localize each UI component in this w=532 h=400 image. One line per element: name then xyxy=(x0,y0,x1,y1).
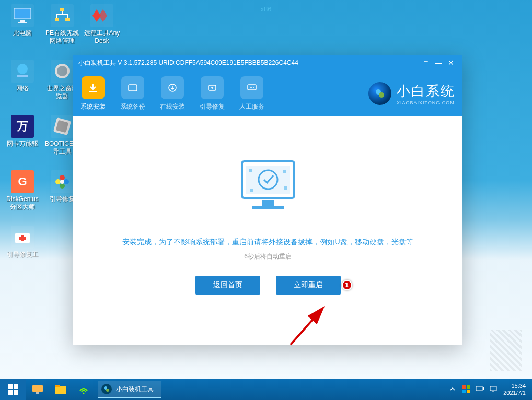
svg-rect-3 xyxy=(60,8,64,11)
taskbar-app-label: 小白装机工具 xyxy=(116,385,154,394)
desktop-icon-nic-driver[interactable]: 万 网卡万能驱 xyxy=(4,115,41,167)
svg-rect-49 xyxy=(8,384,13,389)
tray-battery-icon[interactable] xyxy=(476,385,484,394)
svg-rect-27 xyxy=(19,237,26,240)
wan-icon: 万 xyxy=(11,115,34,138)
tab-strip: 系统安装 系统备份 在线安装 引导修复 人工服务 小白系统 XIAOBAIXIT… xyxy=(73,70,462,116)
download-icon xyxy=(82,76,105,99)
svg-point-57 xyxy=(83,393,85,394)
taskbar: 小白装机工具 15:34 2021/7/1 xyxy=(0,379,532,400)
svg-rect-44 xyxy=(249,169,252,172)
svg-point-8 xyxy=(17,64,28,74)
svg-rect-55 xyxy=(55,386,66,394)
tab-online-install[interactable]: 在线安装 xyxy=(160,76,185,111)
desktop-icon-diskgenius[interactable]: G DiskGenius分区大师 xyxy=(4,170,41,222)
bootice-icon xyxy=(51,115,74,138)
system-tray: 15:34 2021/7/1 xyxy=(449,383,532,396)
svg-rect-45 xyxy=(283,170,286,173)
svg-point-59 xyxy=(106,389,109,392)
taskbar-wifi-icon[interactable] xyxy=(72,379,95,400)
taskbar-app-icon xyxy=(101,384,112,394)
tab-system-install[interactable]: 系统安装 xyxy=(80,76,106,111)
svg-rect-60 xyxy=(462,385,466,389)
svg-rect-4 xyxy=(55,18,59,21)
content: 安装完成，为了不影响系统部署，重启前请将外接设备拔掉，例如U盘，移动硬盘，光盘等… xyxy=(73,116,462,345)
restart-now-button[interactable]: 立即重启 1 xyxy=(276,276,341,295)
medkit-icon xyxy=(11,226,34,249)
minimize-button[interactable]: — xyxy=(432,58,445,67)
completion-message: 安装完成，为了不影响系统部署，重启前请将外接设备拔掉，例如U盘，移动硬盘，光盘等 xyxy=(122,238,413,247)
qr-watermark xyxy=(490,330,522,371)
svg-point-22 xyxy=(60,180,64,184)
svg-rect-65 xyxy=(483,387,484,390)
annotation-arrow-icon xyxy=(285,303,332,350)
svg-rect-66 xyxy=(490,386,496,391)
countdown-message: 6秒后将自动重启 xyxy=(244,252,292,261)
titlebar: 小白装机工具 V 3.1.572.285 URID:CDFF5A594C09E1… xyxy=(73,55,462,70)
tab-boot-repair[interactable]: 引导修复 xyxy=(200,76,225,111)
svg-marker-7 xyxy=(99,9,107,22)
flower-icon xyxy=(51,170,74,193)
svg-rect-43 xyxy=(252,206,284,209)
svg-rect-56 xyxy=(55,385,60,387)
tab-human-service[interactable]: 人工服务 xyxy=(239,76,264,111)
browser-icon xyxy=(51,60,74,83)
svg-point-11 xyxy=(57,66,67,76)
taskbar-clock[interactable]: 15:34 2021/7/1 xyxy=(503,383,526,396)
desktop-icon-anydesk[interactable]: 远程工具AnyDesk xyxy=(84,4,120,56)
desktop-icon-network[interactable]: 网络 xyxy=(4,60,41,112)
svg-rect-5 xyxy=(65,18,70,21)
svg-line-48 xyxy=(291,309,322,345)
start-button[interactable] xyxy=(0,379,26,400)
tray-monitor-icon[interactable] xyxy=(490,385,498,394)
svg-rect-53 xyxy=(32,385,43,392)
taskbar-app-xiaobai[interactable]: 小白装机工具 xyxy=(98,381,161,398)
brand-name: 小白系统 xyxy=(397,82,455,100)
svg-point-21 xyxy=(60,183,65,189)
tab-system-backup[interactable]: 系统备份 xyxy=(120,76,145,111)
svg-rect-61 xyxy=(467,385,470,389)
svg-point-38 xyxy=(379,92,384,98)
svg-rect-47 xyxy=(284,186,287,190)
svg-point-20 xyxy=(64,179,69,184)
window-title: 小白装机工具 V 3.1.572.285 URID:CDFF5A594C09E1… xyxy=(78,58,420,67)
desktop-icon-this-pc[interactable]: 此电脑 xyxy=(4,4,41,56)
app-window: 小白装机工具 V 3.1.572.285 URID:CDFF5A594C09E1… xyxy=(73,55,462,345)
svg-point-36 xyxy=(253,87,254,88)
brand-sub: XIAOBAIXITONG.COM xyxy=(397,100,455,105)
globe-icon xyxy=(11,60,34,83)
svg-rect-1 xyxy=(20,20,25,22)
close-button[interactable]: ✕ xyxy=(445,58,457,67)
brand: 小白系统 XIAOBAIXITONG.COM xyxy=(368,82,455,105)
svg-rect-62 xyxy=(462,390,466,393)
tray-chevron-icon[interactable] xyxy=(449,385,457,394)
success-illustration-icon xyxy=(226,151,310,224)
svg-rect-46 xyxy=(250,189,253,192)
desktop-icon-pe-network[interactable]: PE有线无线网络管理 xyxy=(44,4,80,56)
taskbar-explorer-icon[interactable] xyxy=(49,379,72,400)
anydesk-icon xyxy=(90,4,113,27)
svg-rect-42 xyxy=(262,200,274,206)
svg-rect-52 xyxy=(14,390,18,395)
svg-rect-51 xyxy=(8,390,13,395)
clock-date: 2021/7/1 xyxy=(503,390,526,396)
chat-icon xyxy=(240,76,263,99)
disk-icon xyxy=(121,76,144,99)
windows-logo-icon xyxy=(8,384,18,395)
svg-rect-2 xyxy=(18,22,27,23)
menu-button[interactable]: ≡ xyxy=(420,58,432,67)
svg-rect-63 xyxy=(467,390,470,393)
svg-rect-0 xyxy=(14,8,31,19)
tray-flag-icon[interactable] xyxy=(462,385,471,394)
svg-point-18 xyxy=(60,175,65,180)
return-home-button[interactable]: 返回首页 xyxy=(195,276,260,295)
svg-rect-50 xyxy=(14,384,18,389)
desktop-icon-boot-repair-tool[interactable]: 引导修复工 xyxy=(4,226,41,278)
svg-rect-54 xyxy=(36,392,39,394)
svg-rect-64 xyxy=(476,386,482,391)
taskbar-computer-icon[interactable] xyxy=(26,379,49,400)
brand-logo-icon xyxy=(368,82,391,105)
diskgenius-icon: G xyxy=(11,170,34,193)
annotation-badge: 1 xyxy=(342,280,352,290)
network-icon xyxy=(51,4,74,27)
